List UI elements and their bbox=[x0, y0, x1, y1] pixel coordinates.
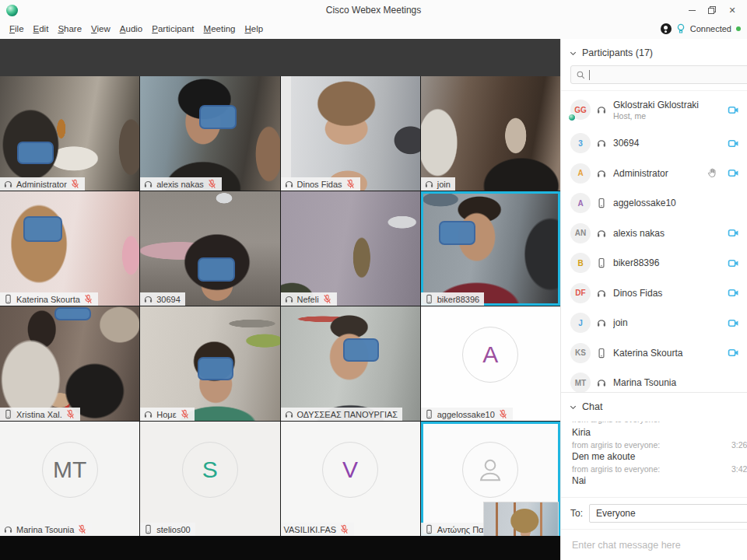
mic-muted-icon bbox=[498, 409, 508, 419]
mic-muted-icon bbox=[180, 409, 190, 419]
privacy-mask bbox=[198, 357, 233, 380]
video-area: Administratoralexis nakasDinos Fidasjoin… bbox=[0, 39, 560, 560]
chat-title: Chat bbox=[582, 401, 602, 412]
avatar: J bbox=[570, 313, 591, 333]
phone-icon bbox=[596, 348, 608, 359]
video-tile-6[interactable]: 30694 bbox=[140, 191, 279, 306]
participant-name: 30694 bbox=[156, 295, 181, 304]
menu-item-share[interactable]: Share bbox=[53, 23, 86, 35]
recipient-select[interactable]: Everyone bbox=[589, 504, 747, 523]
chevron-down-icon[interactable] bbox=[569, 49, 577, 58]
mic-muted-icon bbox=[83, 294, 93, 304]
participant-row-7[interactable]: DFDinos Fidas bbox=[561, 278, 747, 309]
video-tile-4[interactable]: join bbox=[421, 76, 560, 191]
video-tile-5[interactable]: Katerina Skourta bbox=[0, 191, 139, 306]
video-bottom-strip bbox=[0, 536, 560, 560]
minimize-button[interactable] bbox=[683, 3, 700, 17]
headset-icon bbox=[424, 179, 434, 189]
tile-name-label: Nefeli bbox=[281, 292, 337, 306]
avatar: 3 bbox=[570, 133, 591, 153]
video-tile-3[interactable]: Dinos Fidas bbox=[281, 76, 420, 191]
participant-row-1[interactable]: GGGklostraki GklostrakiHost, me bbox=[561, 91, 747, 128]
participant-row-8[interactable]: Jjoin bbox=[561, 308, 747, 338]
participant-name: join bbox=[613, 317, 699, 328]
headset-icon bbox=[424, 179, 434, 189]
participant-row-9[interactable]: KSKaterina Skourta bbox=[561, 338, 747, 369]
mic-muted-icon bbox=[207, 179, 217, 189]
tile-name-label: stelios00 bbox=[140, 523, 195, 536]
privacy-mask bbox=[17, 142, 54, 164]
menu-item-file[interactable]: File bbox=[5, 23, 29, 35]
video-tile-15[interactable]: VVASILIKI.FAS bbox=[281, 422, 420, 536]
mic-muted-icon bbox=[339, 524, 349, 534]
video-tile-11[interactable]: ΟΔΥΣΣΕΑΣ ΠΑΝΟΥΡΓΙΑΣ bbox=[281, 306, 420, 421]
headset-icon bbox=[284, 409, 294, 419]
video-tile-7[interactable]: Nefeli bbox=[281, 191, 420, 306]
participant-name: Gklostraki Gklostraki bbox=[613, 100, 699, 110]
menu-item-meeting[interactable]: Meeting bbox=[199, 23, 240, 35]
mic-muted-icon bbox=[180, 409, 190, 419]
headset-icon bbox=[143, 294, 153, 304]
participant-row-6[interactable]: Bbiker88396 bbox=[561, 248, 747, 278]
close-icon: ✕ bbox=[728, 5, 735, 16]
video-top-strip bbox=[0, 39, 560, 76]
video-tile-16[interactable]: Αντώνης Παρτσ bbox=[421, 422, 560, 536]
headset-icon bbox=[596, 168, 607, 179]
audio-connected-icon[interactable] bbox=[661, 23, 672, 34]
tile-name-label: Xristina Xal. bbox=[0, 408, 80, 421]
menu-item-edit[interactable]: Edit bbox=[29, 23, 54, 35]
mobile-phone-icon bbox=[596, 348, 607, 359]
chat-message-text: Nai bbox=[572, 475, 747, 486]
chevron-down-icon[interactable] bbox=[569, 403, 577, 411]
headset-icon bbox=[3, 524, 13, 534]
privacy-mask bbox=[198, 257, 235, 282]
title-bar: Cisco Webex Meetings ✕ bbox=[0, 0, 747, 20]
tile-name-label: join bbox=[421, 177, 455, 191]
participant-search-box[interactable] bbox=[570, 65, 747, 84]
participant-name: alexis nakas bbox=[156, 180, 204, 189]
restore-button[interactable] bbox=[703, 3, 721, 17]
participant-row-3[interactable]: AAdministrator bbox=[561, 159, 747, 189]
headset-icon bbox=[3, 524, 13, 534]
menu-item-participant[interactable]: Participant bbox=[147, 23, 198, 35]
webex-presence-badge bbox=[568, 114, 576, 121]
tile-name-label: 30694 bbox=[140, 292, 185, 306]
chat-message-input[interactable] bbox=[572, 540, 747, 551]
participant-row-2[interactable]: 330694 bbox=[561, 128, 747, 159]
tile-avatar: S bbox=[182, 442, 238, 498]
tile-name-label: Ηομε bbox=[140, 408, 194, 421]
video-tile-14[interactable]: Sstelios00 bbox=[140, 422, 279, 536]
person-silhouette-icon bbox=[475, 454, 506, 485]
video-tile-12[interactable]: Aaggelossake10 bbox=[421, 306, 560, 421]
video-tile-10[interactable]: Ηομε bbox=[140, 306, 279, 421]
avatar: AN bbox=[570, 223, 591, 243]
video-tile-9[interactable]: Xristina Xal. bbox=[0, 306, 139, 421]
participant-row-10[interactable]: MTMarina Tsounia bbox=[561, 368, 747, 392]
phone-icon bbox=[3, 294, 13, 304]
headset-icon bbox=[596, 104, 608, 115]
video-tile-13[interactable]: MTMarina Tsounia bbox=[0, 422, 139, 536]
menu-item-view[interactable]: View bbox=[86, 23, 115, 35]
recipient-value: Everyone bbox=[596, 508, 636, 519]
mic-muted-icon bbox=[345, 179, 356, 189]
participant-name: Ηομε bbox=[156, 410, 176, 419]
camera-on-icon bbox=[728, 257, 739, 269]
video-tile-1[interactable]: Administrator bbox=[0, 76, 139, 191]
headset-icon bbox=[596, 168, 608, 179]
participant-row-4[interactable]: Aaggelossake10 bbox=[561, 188, 747, 219]
self-view-video[interactable] bbox=[483, 502, 559, 536]
menu-item-help[interactable]: Help bbox=[240, 23, 268, 35]
video-tile-2[interactable]: alexis nakas bbox=[140, 76, 279, 191]
participant-row-5[interactable]: ANalexis nakas bbox=[561, 219, 747, 249]
camera-slot bbox=[725, 257, 741, 269]
close-button[interactable]: ✕ bbox=[724, 3, 741, 17]
menu-item-audio[interactable]: Audio bbox=[115, 23, 147, 35]
participant-search-input[interactable] bbox=[593, 70, 747, 79]
chat-header: Chat ✕ bbox=[561, 393, 747, 418]
privacy-mask bbox=[343, 338, 379, 362]
participant-name: Nefeli bbox=[297, 295, 319, 304]
video-tile-8[interactable]: biker88396 bbox=[421, 191, 560, 306]
headset-icon bbox=[596, 377, 608, 388]
headset-icon bbox=[596, 104, 607, 115]
privacy-mask bbox=[54, 307, 91, 320]
